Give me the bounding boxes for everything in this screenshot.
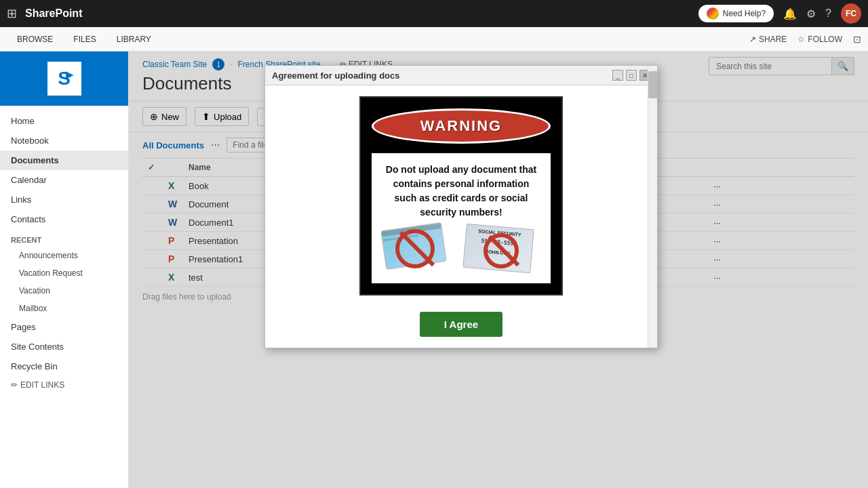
sidebar-item-site-contents[interactable]: Site Contents: [0, 337, 128, 357]
modal-body: WARNING Do not upload any document that …: [265, 85, 657, 348]
tab-files[interactable]: FILES: [63, 28, 106, 49]
sidebar-item-pages[interactable]: Pages: [0, 317, 128, 337]
tab-library[interactable]: LIBRARY: [106, 28, 161, 49]
site-logo: S▶: [0, 52, 128, 106]
sidebar-item-vacation[interactable]: Vacation: [0, 282, 128, 300]
sidebar-item-mailbox[interactable]: Mailbox: [0, 300, 128, 317]
help-icon[interactable]: ?: [825, 7, 831, 20]
sidebar-item-vacation-request[interactable]: Vacation Request: [0, 264, 128, 282]
modal-title: Agreement for uploading docs: [272, 70, 400, 81]
modal-title-bar: Agreement for uploading docs _ □ ✕: [265, 66, 657, 85]
sidebar-item-documents[interactable]: Documents: [0, 150, 128, 170]
warning-image: WARNING Do not upload any document that …: [359, 96, 563, 296]
need-help-label: Need Help?: [723, 9, 766, 18]
share-label: SHARE: [759, 35, 787, 44]
sidebar-edit-links-label: EDIT LINKS: [20, 380, 64, 390]
warning-message: Do not upload any document that contains…: [386, 164, 536, 218]
app-name: SharePoint: [25, 7, 82, 20]
sidebar-edit-links[interactable]: ✏ EDIT LINKS: [0, 376, 128, 394]
warning-text: Do not upload any document that contains…: [372, 153, 551, 283]
credit-card-no-sign: [383, 226, 451, 270]
modal-scrollbar[interactable]: [648, 66, 657, 348]
waffle-icon[interactable]: ⊞: [7, 6, 17, 21]
user-avatar[interactable]: FC: [841, 3, 861, 24]
sidebar-item-home[interactable]: Home: [0, 111, 128, 131]
sidebar-nav: Home Notebook Documents Calendar Links C…: [0, 106, 128, 399]
recent-label: Recent: [0, 229, 128, 247]
no-sign-2: [484, 233, 519, 268]
sidebar-item-calendar[interactable]: Calendar: [0, 170, 128, 190]
sync-page-icon[interactable]: ⊡: [853, 34, 861, 45]
sidebar-item-links[interactable]: Links: [0, 190, 128, 209]
share-icon: ↗: [749, 35, 756, 44]
modal-scrollbar-thumb[interactable]: [648, 71, 658, 98]
edit-links-pencil-icon: ✏: [11, 380, 18, 390]
sub-nav: BROWSE FILES LIBRARY ↗ SHARE ☆ FOLLOW ⊡: [0, 27, 868, 52]
top-bar: ⊞ SharePoint Need Help? 🔔 ⚙ ? FC: [0, 0, 868, 27]
share-action[interactable]: ↗ SHARE: [749, 35, 787, 44]
top-bar-left: ⊞ SharePoint: [7, 6, 82, 21]
sidebar-item-announcements[interactable]: Announcements: [0, 247, 128, 264]
gear-icon[interactable]: ⚙: [806, 7, 816, 20]
warning-icons-row: SOCIAL SECURITY 555-55-5555 JOHN DOE: [381, 226, 541, 274]
main-layout: S▶ Home Notebook Documents Calendar Link…: [0, 52, 868, 488]
sidebar-item-notebook[interactable]: Notebook: [0, 131, 128, 150]
modal-dialog: Agreement for uploading docs _ □ ✕ WARNI…: [264, 65, 658, 348]
modal-maximize-button[interactable]: □: [626, 70, 637, 81]
modal-title-btns: _ □ ✕: [612, 70, 650, 81]
modal-minimize-button[interactable]: _: [612, 70, 623, 81]
follow-action[interactable]: ☆ FOLLOW: [797, 35, 842, 44]
sidebar: S▶ Home Notebook Documents Calendar Link…: [0, 52, 129, 488]
modal-overlay: Agreement for uploading docs _ □ ✕ WARNI…: [129, 52, 868, 488]
i-agree-button[interactable]: I Agree: [420, 312, 502, 337]
warning-oval: WARNING: [372, 108, 551, 144]
no-sign-1: [395, 229, 435, 268]
tab-browse[interactable]: BROWSE: [7, 28, 63, 49]
follow-label: FOLLOW: [808, 35, 842, 44]
sidebar-item-recycle-bin[interactable]: Recycle Bin: [0, 357, 128, 376]
content-area: 🔍 Classic Team Site 1 · French SharePoin…: [129, 52, 868, 488]
need-help-icon: [707, 7, 719, 20]
need-help-button[interactable]: Need Help?: [698, 5, 774, 22]
sp-logo-box: S▶: [45, 60, 83, 98]
sp-logo-letter: S▶: [58, 68, 71, 89]
top-bar-right: Need Help? 🔔 ⚙ ? FC: [698, 3, 861, 24]
bell-icon[interactable]: 🔔: [783, 7, 797, 20]
sidebar-item-contacts[interactable]: Contacts: [0, 209, 128, 229]
follow-icon: ☆: [797, 35, 805, 44]
warning-label: WARNING: [387, 117, 535, 135]
ss-card-no-sign: SOCIAL SECURITY 555-55-5555 JOHN DOE: [465, 226, 539, 274]
sub-nav-right: ↗ SHARE ☆ FOLLOW ⊡: [749, 34, 861, 45]
